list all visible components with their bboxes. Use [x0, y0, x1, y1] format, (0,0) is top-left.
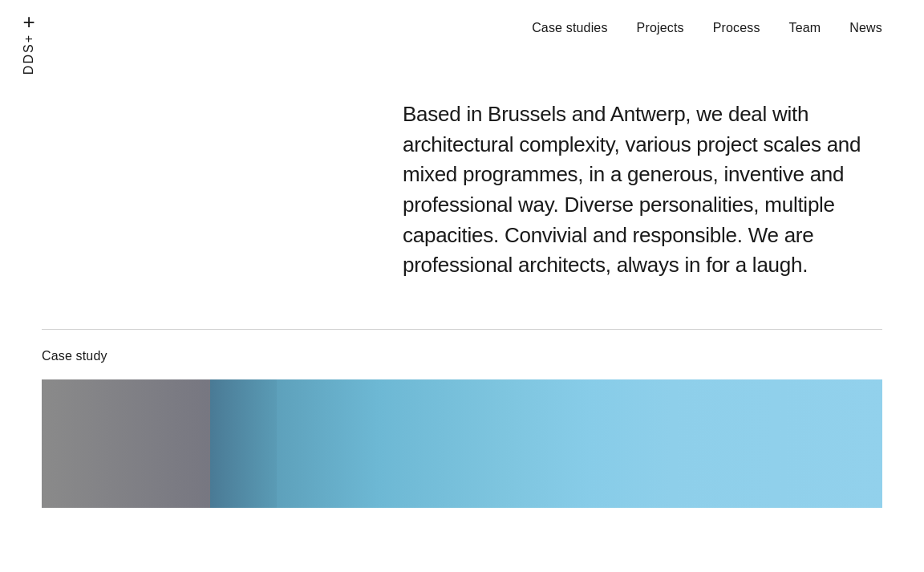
header: + DDS+ Case studies Projects Process Tea… [0, 0, 924, 35]
nav-projects[interactable]: Projects [637, 21, 684, 35]
logo-text: DDS+ [22, 34, 35, 75]
logo-plus: + [22, 11, 34, 32]
case-study-header: Case study [0, 330, 924, 379]
nav-process[interactable]: Process [713, 21, 760, 35]
nav-case-studies[interactable]: Case studies [532, 21, 607, 35]
hero-paragraph: Based in Brussels and Antwerp, we deal w… [403, 99, 882, 281]
nav-news[interactable]: News [849, 21, 882, 35]
logo[interactable]: + DDS+ [22, 11, 35, 75]
case-study-label: Case study [42, 349, 107, 363]
case-study-image [42, 379, 882, 508]
hero-section: Based in Brussels and Antwerp, we deal w… [0, 35, 924, 329]
nav-team[interactable]: Team [789, 21, 821, 35]
main-navigation: Case studies Projects Process Team News [532, 16, 882, 35]
